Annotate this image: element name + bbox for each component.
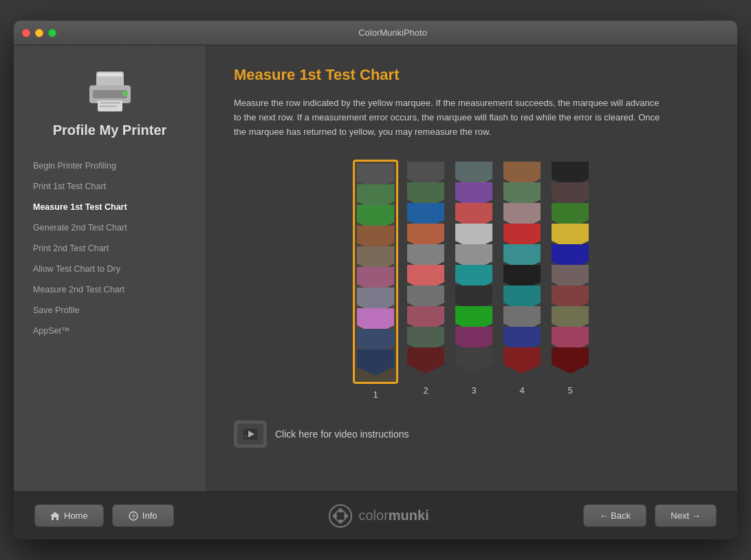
svg-text:?: ? [131, 513, 135, 520]
info-icon: ? [129, 511, 138, 521]
svg-point-68 [333, 514, 337, 518]
svg-marker-57 [552, 347, 589, 374]
color-column-4: 4 [501, 160, 543, 396]
back-button[interactable]: ← Back [583, 504, 646, 527]
svg-rect-1 [98, 73, 122, 76]
svg-marker-47 [503, 347, 541, 374]
sidebar-item-print-2nd[interactable]: Print 2nd Test Chart [28, 238, 192, 259]
app-window: ColorMunkiPhoto [14, 21, 737, 539]
sidebar-item-measure-2nd[interactable]: Measure 2nd Test Chart [28, 279, 192, 300]
traffic-lights [22, 29, 56, 37]
column-1-swatches [357, 164, 394, 377]
printer-icon [83, 66, 138, 114]
svg-point-67 [338, 519, 342, 524]
column-label-4: 4 [519, 385, 524, 396]
column-label-2: 2 [423, 385, 428, 396]
svg-point-69 [344, 514, 348, 518]
svg-point-64 [329, 505, 351, 527]
bottom-logo: colormunki [174, 504, 584, 528]
sidebar-header: Profile My Printer [14, 59, 206, 155]
sidebar-nav: Begin Printer Profiling Print 1st Test C… [14, 155, 206, 341]
color-column-5: 5 [549, 160, 591, 396]
svg-marker-61 [50, 512, 60, 520]
main-content: Measure 1st Test Chart Measure the row i… [206, 45, 737, 491]
column-5-swatches [552, 162, 589, 375]
bottom-bar: Home ? Info colormunki [14, 491, 737, 539]
video-icon-inner: ? [237, 424, 263, 444]
close-button[interactable] [22, 29, 30, 37]
svg-marker-17 [357, 349, 394, 376]
color-column-2: 2 [405, 160, 446, 396]
sidebar-title: Profile My Printer [53, 122, 167, 138]
svg-rect-3 [93, 90, 127, 98]
page-title: Measure 1st Test Chart [234, 66, 710, 84]
color-column-3: 3 [453, 160, 494, 396]
sidebar-item-appset[interactable]: AppSet™ [28, 321, 192, 341]
bottom-right-buttons: ← Back Next → [583, 504, 717, 527]
window-title: ColorMunkiPhoto [56, 28, 729, 38]
maximize-button[interactable] [48, 29, 56, 37]
home-button[interactable]: Home [34, 504, 104, 527]
video-instruction-text: Click here for video instructions [275, 429, 409, 440]
colormunki-logo-icon [328, 504, 353, 528]
sidebar-item-print-1st[interactable]: Print 1st Test Chart [28, 176, 192, 197]
svg-text:?: ? [245, 435, 247, 439]
svg-point-7 [122, 91, 128, 96]
svg-rect-5 [100, 102, 120, 104]
color-columns: 1 [353, 160, 591, 400]
next-button[interactable]: Next → [655, 504, 717, 527]
column-label-3: 3 [471, 385, 476, 396]
play-icon: ? [243, 429, 257, 440]
sidebar-item-generate-2nd[interactable]: Generate 2nd Test Chart [28, 217, 192, 238]
svg-marker-27 [407, 347, 444, 374]
video-icon: ? [234, 420, 267, 448]
column-2-swatches [407, 162, 444, 375]
svg-rect-6 [100, 105, 117, 107]
logo-text: colormunki [358, 508, 428, 524]
sidebar-item-begin-profiling[interactable]: Begin Printer Profiling [28, 155, 192, 176]
sidebar-item-allow-dry[interactable]: Allow Test Chart to Dry [28, 259, 192, 279]
home-icon [50, 511, 60, 521]
color-column-1: 1 [353, 160, 398, 400]
sidebar: Profile My Printer Begin Printer Profili… [14, 45, 206, 491]
chart-area: 1 [234, 160, 710, 400]
info-button[interactable]: ? Info [112, 504, 174, 527]
minimize-button[interactable] [35, 29, 43, 37]
svg-point-66 [338, 508, 342, 513]
titlebar: ColorMunkiPhoto [14, 21, 737, 45]
column-label-5: 5 [567, 385, 572, 396]
sidebar-item-measure-1st[interactable]: Measure 1st Test Chart [28, 197, 192, 217]
description-text: Measure the row indicated by the yellow … [234, 96, 660, 139]
column-3-swatches [455, 162, 492, 375]
sidebar-item-save-profile[interactable]: Save Profile [28, 300, 192, 321]
column-4-swatches [503, 162, 541, 375]
svg-marker-37 [455, 347, 492, 374]
app-body: Profile My Printer Begin Printer Profili… [14, 45, 737, 491]
column-label-1: 1 [373, 389, 378, 400]
video-instruction[interactable]: ? Click here for video instructions [234, 420, 710, 448]
bottom-left-buttons: Home ? Info [34, 504, 174, 527]
